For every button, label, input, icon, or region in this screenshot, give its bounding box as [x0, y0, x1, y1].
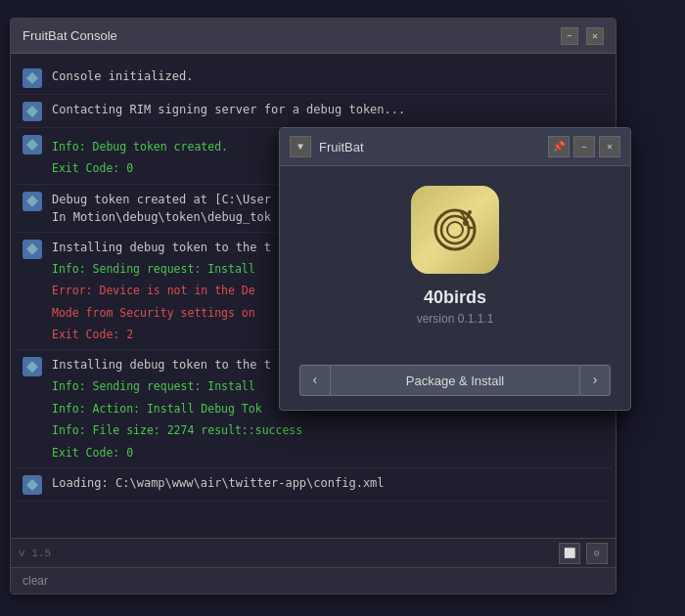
log-text-6: Installing debug token to the t Info: Se… — [52, 356, 302, 462]
log-sub-6-2: Info: Action: Install Debug Tok — [52, 400, 302, 418]
log-sub-6-4: Exit Code: 0 — [52, 444, 302, 462]
log-sub-5-2: Error: Device is not in the De — [52, 282, 271, 299]
log-icon-4 — [23, 192, 42, 211]
log-sub-3-1: Info: Debug token created. — [52, 138, 228, 155]
log-entry-7: Loading: C:\wamp\www\air\twitter-app\con… — [15, 468, 612, 502]
log-icon-1 — [23, 68, 42, 88]
log-text-1: Console initialized. — [52, 67, 194, 85]
fruitbat-dialog: ▼ FruitBat 📌 – ✕ — [279, 127, 631, 411]
statusbar-icons: ⬜ ⚙ — [559, 543, 608, 564]
nav-prev-button[interactable]: ‹ — [299, 365, 331, 396]
console-minimize-button[interactable]: – — [561, 27, 578, 45]
log-icon-3 — [23, 135, 42, 154]
log-text-4: Debug token created at [C:\User In Motio… — [52, 191, 271, 226]
dialog-title-text: FruitBat — [319, 140, 364, 154]
app-icon — [411, 186, 499, 274]
statusbar-monitor-button[interactable]: ⬜ — [559, 543, 580, 564]
svg-point-2 — [447, 222, 463, 238]
log-text-2: Contacting RIM signing server for a debu… — [52, 101, 405, 118]
console-titlebar: FruitBat Console – ✕ — [11, 19, 616, 54]
app-version: version 0.1.1.1 — [417, 312, 494, 326]
dialog-body: 40birds version 0.1.1.1 — [280, 166, 630, 365]
dialog-actions: ‹ Package & Install › — [280, 365, 630, 410]
dialog-dropdown-button[interactable]: ▼ — [290, 136, 311, 157]
clear-button[interactable]: clear — [23, 574, 48, 588]
statusbar-version: v 1.5 — [19, 548, 51, 559]
console-statusbar: v 1.5 ⬜ ⚙ — [11, 538, 616, 567]
console-close-button[interactable]: ✕ — [586, 27, 604, 45]
package-install-button[interactable]: Package & Install — [331, 365, 579, 396]
log-sub-5-4: Exit Code: 2 — [52, 326, 271, 343]
log-icon-2 — [23, 102, 42, 121]
nav-next-button[interactable]: › — [579, 365, 611, 396]
dialog-controls: 📌 – ✕ — [548, 136, 620, 157]
log-sub-3-2: Exit Code: 0 — [52, 159, 228, 177]
svg-point-1 — [441, 216, 469, 243]
log-sub-6-1: Info: Sending request: Install — [52, 377, 302, 395]
svg-point-6 — [460, 210, 464, 214]
log-icon-5 — [23, 240, 42, 259]
log-sub-5-3: Mode from Security settings on — [52, 304, 271, 322]
dialog-pin-button[interactable]: 📌 — [548, 136, 570, 157]
log-icon-7 — [23, 475, 42, 495]
log-sub-6-3: Info: File size: 2274 result::success — [52, 421, 302, 439]
log-entry-2: Contacting RIM signing server for a debu… — [15, 95, 612, 128]
log-text-5: Installing debug token to the t Info: Se… — [52, 239, 271, 344]
dialog-titlebar: ▼ FruitBat 📌 – ✕ — [280, 128, 630, 166]
console-footer: clear — [11, 567, 616, 594]
svg-point-7 — [468, 210, 472, 214]
console-title: FruitBat Console — [23, 28, 117, 43]
statusbar-gear-button[interactable]: ⚙ — [586, 543, 608, 564]
log-text-7: Loading: C:\wamp\www\air\twitter-app\con… — [52, 474, 385, 492]
log-entry-1: Console initialized. — [15, 62, 612, 95]
dialog-minimize-button[interactable]: – — [573, 136, 595, 157]
app-icon-svg — [425, 199, 485, 260]
log-icon-6 — [23, 357, 42, 376]
dialog-title-left: ▼ FruitBat — [290, 136, 364, 157]
console-window-controls: – ✕ — [561, 27, 604, 45]
app-name: 40birds — [424, 287, 486, 308]
log-text-3: Info: Debug token created. Exit Code: 0 — [52, 134, 228, 178]
log-sub-5-1: Info: Sending request: Install — [52, 260, 271, 278]
dialog-close-button[interactable]: ✕ — [599, 136, 620, 157]
